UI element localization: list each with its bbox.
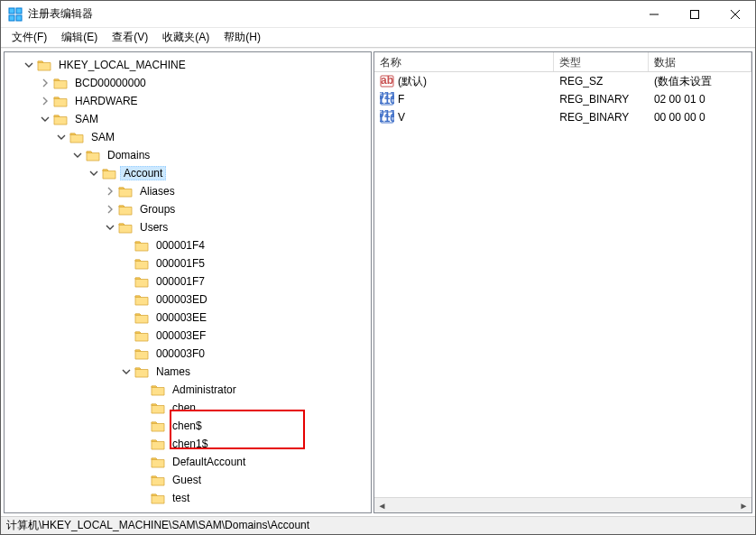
tree-pane[interactable]: HKEY_LOCAL_MACHINEBCD00000000HARDWARESAM… [4, 51, 372, 513]
menu-help[interactable]: 帮助(H) [217, 28, 268, 47]
expander-icon[interactable] [39, 95, 51, 107]
tree-node[interactable]: Domains [5, 146, 371, 164]
tree-node[interactable]: Names [5, 363, 371, 381]
folder-icon [134, 347, 149, 360]
expander-icon[interactable] [104, 203, 116, 216]
folder-icon [151, 420, 165, 432]
expander-icon[interactable] [104, 221, 116, 234]
tree-label: Groups [136, 202, 179, 217]
expander-icon[interactable] [120, 365, 133, 378]
expander-icon[interactable] [39, 77, 51, 89]
folder-icon [53, 77, 68, 89]
menu-file[interactable]: 文件(F) [5, 28, 54, 47]
minimize-button[interactable] [633, 1, 674, 27]
tree-node[interactable]: Administrator [5, 381, 371, 399]
tree-node[interactable]: DefaultAccount [5, 453, 371, 471]
value-name: V [398, 111, 405, 124]
folder-icon [118, 203, 133, 216]
expander-icon[interactable] [104, 185, 116, 198]
folder-icon [118, 185, 133, 198]
folder-icon [134, 311, 149, 324]
tree-node[interactable]: chen1$ [5, 435, 371, 453]
column-header-name[interactable]: 名称 [374, 52, 554, 71]
folder-icon [134, 329, 149, 342]
folder-icon [151, 492, 165, 504]
string-value-icon [380, 74, 394, 88]
scroll-right-icon[interactable]: ► [736, 501, 751, 511]
list-row[interactable]: VREG_BINARY00 00 00 0 [374, 108, 751, 126]
tree-label: BCD00000000 [71, 76, 150, 90]
column-header-data[interactable]: 数据 [649, 52, 751, 71]
tree-node[interactable]: 000003EE [5, 309, 371, 327]
menu-edit[interactable]: 编辑(E) [54, 28, 105, 47]
folder-icon [69, 131, 84, 143]
tree-label: SAM [71, 112, 102, 126]
tree-node[interactable]: 000001F7 [5, 272, 371, 291]
tree-node[interactable]: Users [5, 218, 371, 236]
svg-rect-2 [9, 15, 14, 21]
value-data: (数值未设置 [654, 74, 712, 89]
tree-node[interactable]: 000003EF [5, 327, 371, 345]
menu-view[interactable]: 查看(V) [105, 28, 155, 47]
tree-node[interactable]: chen$ [5, 417, 371, 435]
folder-icon [134, 293, 149, 306]
regedit-app-icon [8, 7, 23, 22]
tree-node[interactable]: HKEY_LOCAL_MACHINE [5, 56, 371, 74]
folder-icon [53, 113, 68, 125]
tree-node[interactable]: Guest [5, 471, 371, 489]
expander-icon[interactable] [88, 167, 100, 180]
binary-value-icon [380, 92, 394, 106]
tree-label: chen1$ [169, 437, 211, 451]
tree-node[interactable]: 000003F0 [5, 345, 371, 363]
close-button[interactable] [715, 1, 755, 27]
scroll-left-icon[interactable]: ◄ [374, 501, 390, 511]
registry-tree: HKEY_LOCAL_MACHINEBCD00000000HARDWARESAM… [5, 56, 371, 507]
tree-node[interactable]: 000001F5 [5, 254, 371, 272]
tree-label: Domains [104, 148, 153, 162]
folder-icon [37, 59, 51, 71]
menu-favorites[interactable]: 收藏夹(A) [155, 28, 217, 47]
tree-node[interactable]: BCD00000000 [5, 74, 371, 92]
tree-node[interactable]: Account [5, 164, 371, 182]
tree-node[interactable]: SAM [5, 128, 371, 146]
tree-label: HKEY_LOCAL_MACHINE [55, 58, 189, 72]
tree-node[interactable]: SAM [5, 110, 371, 128]
values-list[interactable]: (默认)REG_SZ(数值未设置FREG_BINARY02 00 01 0VRE… [374, 72, 751, 497]
tree-label: 000001F4 [152, 238, 208, 253]
column-header-type[interactable]: 类型 [554, 52, 649, 71]
tree-label: chen [169, 401, 199, 415]
value-type: REG_BINARY [559, 93, 629, 106]
tree-node[interactable]: 000003ED [5, 291, 371, 309]
value-name: F [398, 93, 404, 106]
tree-label: 000003EF [152, 328, 209, 343]
svg-rect-3 [16, 15, 22, 21]
minimize-icon [650, 10, 659, 19]
tree-node[interactable]: Groups [5, 200, 371, 218]
folder-icon [86, 149, 100, 161]
value-type: REG_BINARY [559, 111, 629, 124]
expander-icon[interactable] [39, 113, 51, 125]
expander-icon[interactable] [71, 149, 84, 161]
expander-icon[interactable] [23, 59, 35, 71]
tree-label: test [169, 491, 193, 505]
value-name: (默认) [398, 74, 427, 89]
expander-icon[interactable] [55, 131, 68, 143]
horizontal-scrollbar[interactable]: ◄ ► [374, 497, 751, 512]
binary-value-icon [380, 110, 394, 125]
list-row[interactable]: FREG_BINARY02 00 01 0 [374, 90, 751, 108]
tree-node[interactable]: Aliases [5, 182, 371, 200]
tree-node[interactable]: 000001F4 [5, 236, 371, 254]
tree-node[interactable]: chen [5, 399, 371, 417]
svg-rect-0 [9, 8, 14, 14]
tree-node[interactable]: test [5, 489, 371, 507]
maximize-icon [690, 10, 699, 19]
folder-icon [118, 221, 133, 234]
folder-icon [151, 401, 165, 414]
svg-rect-1 [16, 8, 22, 14]
tree-node[interactable]: HARDWARE [5, 92, 371, 110]
list-row[interactable]: (默认)REG_SZ(数值未设置 [374, 72, 751, 90]
tree-label: Account [120, 166, 166, 180]
tree-label: 000003EE [152, 310, 210, 325]
titlebar[interactable]: 注册表编辑器 [1, 1, 755, 28]
maximize-button[interactable] [674, 1, 715, 27]
